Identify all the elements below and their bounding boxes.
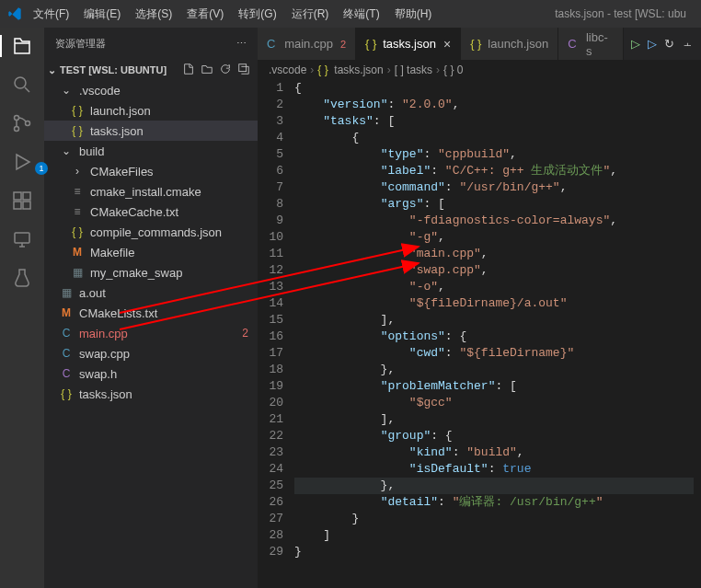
breadcrumb-symbol-0[interactable]: { } 0 <box>443 63 463 76</box>
debug-icon[interactable]: 1 <box>11 151 33 173</box>
debug-badge: 1 <box>35 162 48 175</box>
tab-label: libc-s <box>586 30 614 58</box>
tree-item-cmakelists-txt[interactable]: MCMakeLists.txt <box>44 303 258 323</box>
breadcrumb-file[interactable]: tasks.json <box>334 63 383 76</box>
json-icon: { } <box>70 124 85 137</box>
tab-tasks-json[interactable]: { }tasks.json× <box>356 28 461 60</box>
file-label: main.cpp <box>79 327 128 340</box>
title-bar: 文件(F) 编辑(E) 选择(S) 查看(V) 转到(G) 运行(R) 终端(T… <box>0 0 701 28</box>
new-folder-icon[interactable] <box>201 63 213 77</box>
vscode-logo-icon <box>7 6 22 21</box>
h-icon: C <box>568 37 580 51</box>
svg-rect-9 <box>239 64 247 72</box>
svg-rect-7 <box>23 202 30 209</box>
svg-rect-6 <box>14 202 21 209</box>
json-icon: { } <box>59 387 74 400</box>
breadcrumb-folder[interactable]: .vscode <box>269 63 306 76</box>
file-label: tasks.json <box>90 124 144 138</box>
file-label: launch.json <box>90 104 151 118</box>
json-icon: { } <box>70 225 85 238</box>
tree-item-swap-cpp[interactable]: Cswap.cpp <box>44 343 258 363</box>
file-label: tasks.json <box>79 387 132 401</box>
editor-tabs: Cmain.cpp2{ }tasks.json×{ }launch.jsonCl… <box>258 28 701 60</box>
file-label: CMakeCache.txt <box>90 205 178 219</box>
tab-label: launch.json <box>488 37 548 51</box>
file-label: swap.cpp <box>79 347 130 361</box>
bin-icon: ▦ <box>59 286 74 299</box>
refresh-icon[interactable] <box>219 63 232 77</box>
tree-item-a-out[interactable]: ▦a.out <box>44 282 258 303</box>
breadcrumb-symbol-tasks[interactable]: [ ] tasks <box>395 63 432 76</box>
error-badge: 2 <box>242 327 248 340</box>
activity-bar: 1 <box>0 28 44 588</box>
menu-select[interactable]: 选择(S) <box>132 6 176 22</box>
folder-section-header[interactable]: ⌄ TEST [WSL: UBUNTU] <box>44 60 258 80</box>
menu-view[interactable]: 查看(V) <box>183 6 227 22</box>
chevron-down-icon: ⌄ <box>59 144 74 157</box>
svg-point-3 <box>26 121 30 126</box>
menu-run[interactable]: 运行(R) <box>288 6 333 22</box>
tab-launch-json[interactable]: { }launch.json <box>461 28 558 60</box>
json-icon: { } <box>70 104 85 117</box>
h-icon: C <box>59 367 74 380</box>
tree-item-swap-h[interactable]: Cswap.h <box>44 363 258 384</box>
breadcrumb[interactable]: .vscode › { } tasks.json › [ ] tasks › {… <box>258 60 701 80</box>
chevron-right-icon: › <box>310 63 314 76</box>
code-editor[interactable]: 1234567891011121314151617181920212223242… <box>258 80 701 588</box>
explorer-icon[interactable] <box>11 35 33 57</box>
remote-icon[interactable] <box>11 228 33 250</box>
svg-point-2 <box>15 127 19 132</box>
svg-rect-8 <box>15 233 29 243</box>
code-content[interactable]: { "version": "2.0.0", "tasks": [ { "type… <box>294 80 701 588</box>
make-icon: M <box>70 246 85 259</box>
tab-libc-s[interactable]: Clibc-s <box>558 28 624 60</box>
more-icon[interactable]: ⋯ <box>236 38 247 50</box>
tree-item-my-cmake-swap[interactable]: ▦my_cmake_swap <box>44 262 258 282</box>
extensions-icon[interactable] <box>11 190 33 212</box>
tree-item-main-cpp[interactable]: Cmain.cpp2 <box>44 323 258 343</box>
search-icon[interactable] <box>11 74 33 96</box>
new-file-icon[interactable] <box>182 63 195 77</box>
menu-terminal[interactable]: 终端(T) <box>339 6 383 22</box>
file-label: cmake_install.cmake <box>90 185 201 199</box>
tree-item-cmake-install-cmake[interactable]: ≡cmake_install.cmake <box>44 181 258 202</box>
window-title: tasks.json - test [WSL: ubu <box>555 7 686 20</box>
line-gutter: 1234567891011121314151617181920212223242… <box>258 80 294 588</box>
source-control-icon[interactable] <box>11 112 33 134</box>
run-icon[interactable]: ▷ <box>631 37 640 51</box>
menu-file[interactable]: 文件(F) <box>29 6 73 22</box>
file-label: swap.h <box>79 367 117 381</box>
split-icon[interactable]: ⫠ <box>682 37 694 51</box>
folder-name: TEST [WSL: UBUNTU] <box>60 64 167 75</box>
menu-help[interactable]: 帮助(H) <box>391 6 436 22</box>
cpp-icon: C <box>59 347 74 360</box>
tree-item-cmakecache-txt[interactable]: ≡CMakeCache.txt <box>44 202 258 222</box>
collapse-all-icon[interactable] <box>237 63 250 77</box>
sidebar-explorer: 资源管理器 ⋯ ⌄ TEST [WSL: UBUNTU] ⌄.vscode{ }… <box>44 28 258 588</box>
file-label: CMakeFiles <box>90 165 154 179</box>
tree-item-cmakefiles[interactable]: ›CMakeFiles <box>44 161 258 181</box>
editor-area: Cmain.cpp2{ }tasks.json×{ }launch.jsonCl… <box>258 28 701 588</box>
tree-item-tasks-json[interactable]: { }tasks.json <box>44 384 258 404</box>
debug-run-icon[interactable]: ▷ <box>648 37 657 51</box>
tree-item-makefile[interactable]: MMakefile <box>44 242 258 262</box>
tree-item-tasks-json[interactable]: { }tasks.json <box>44 121 258 141</box>
reload-icon[interactable]: ↻ <box>664 37 674 51</box>
txt-icon: ≡ <box>70 205 85 218</box>
tab-label: main.cpp <box>284 37 333 51</box>
close-icon[interactable]: × <box>443 37 451 52</box>
tab-main-cpp[interactable]: Cmain.cpp2 <box>258 28 356 60</box>
menu-goto[interactable]: 转到(G) <box>235 6 280 22</box>
tree-item--vscode[interactable]: ⌄.vscode <box>44 80 258 100</box>
cpp-icon: C <box>59 327 74 340</box>
chevron-right-icon: › <box>436 63 440 76</box>
file-label: build <box>79 144 104 158</box>
file-label: my_cmake_swap <box>90 266 182 280</box>
tree-item-compile-commands-json[interactable]: { }compile_commands.json <box>44 222 258 242</box>
file-label: CMakeLists.txt <box>79 306 157 320</box>
chevron-down-icon: ⌄ <box>48 64 56 76</box>
testing-icon[interactable] <box>11 267 33 289</box>
tree-item-launch-json[interactable]: { }launch.json <box>44 100 258 121</box>
menu-edit[interactable]: 编辑(E) <box>80 6 124 22</box>
tree-item-build[interactable]: ⌄build <box>44 141 258 161</box>
